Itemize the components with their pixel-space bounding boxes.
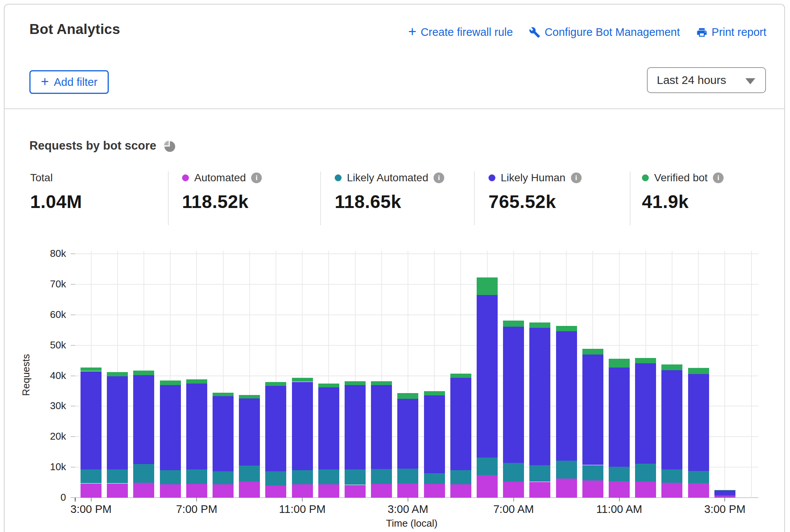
bar-10:00 AM-Verified bot[interactable]: [582, 349, 603, 354]
bar-5:00 PM-Automated[interactable]: [133, 483, 154, 498]
bar-12:00 AM-Verified bot[interactable]: [318, 384, 339, 387]
info-icon[interactable]: i: [713, 172, 724, 183]
bar-9:00 AM-Verified bot[interactable]: [556, 326, 577, 331]
bar-4:00 AM-Likely Automated[interactable]: [424, 473, 445, 484]
bar-11:00 PM-Likely Automated[interactable]: [292, 470, 313, 484]
bar-6:00 AM-Likely Automated[interactable]: [477, 458, 498, 475]
bar-4:00 PM-Likely Automated[interactable]: [107, 469, 128, 484]
bar-6:00 AM-Verified bot[interactable]: [477, 277, 498, 295]
bar-10:00 PM-Likely Automated[interactable]: [265, 471, 286, 485]
bar-1:00 AM-Likely Automated[interactable]: [345, 469, 366, 485]
bar-6:00 PM-Likely Human[interactable]: [160, 385, 181, 470]
bar-1:00 PM-Likely Automated[interactable]: [661, 469, 682, 483]
bar-3:00 PM-Likely Human[interactable]: [81, 371, 102, 469]
bar-1:00 PM-Likely Human[interactable]: [661, 370, 682, 469]
bar-12:00 AM-Likely Human[interactable]: [318, 387, 339, 469]
bar-2:00 AM-Verified bot[interactable]: [371, 381, 392, 385]
bar-3:00 PM-Verified bot[interactable]: [81, 368, 102, 371]
bar-6:00 PM-Likely Automated[interactable]: [160, 470, 181, 484]
bar-6:00 PM-Automated[interactable]: [160, 484, 181, 498]
bar-8:00 PM-Likely Automated[interactable]: [213, 471, 234, 484]
bar-4:00 PM-Likely Human[interactable]: [107, 376, 128, 469]
bar-12:00 PM-Likely Automated[interactable]: [635, 464, 656, 481]
bar-3:00 PM-Likely Automated[interactable]: [714, 495, 735, 496]
bar-9:00 PM-Verified bot[interactable]: [239, 395, 260, 399]
bar-7:00 AM-Likely Human[interactable]: [503, 327, 524, 463]
bar-7:00 AM-Likely Automated[interactable]: [503, 463, 524, 482]
bar-3:00 AM-Automated[interactable]: [397, 484, 418, 498]
bar-6:00 PM-Verified bot[interactable]: [160, 380, 181, 385]
bar-8:00 AM-Likely Human[interactable]: [529, 328, 550, 465]
bar-7:00 PM-Likely Automated[interactable]: [186, 469, 207, 484]
bar-5:00 PM-Likely Automated[interactable]: [133, 464, 154, 483]
bar-5:00 AM-Verified bot[interactable]: [450, 374, 471, 378]
bar-12:00 PM-Automated[interactable]: [635, 482, 656, 498]
bar-9:00 PM-Likely Automated[interactable]: [239, 466, 260, 482]
info-icon[interactable]: i: [571, 172, 582, 183]
bar-9:00 PM-Automated[interactable]: [239, 482, 260, 498]
bar-3:00 PM-Verified bot[interactable]: [714, 490, 735, 490]
bar-8:00 PM-Likely Human[interactable]: [213, 396, 234, 471]
bar-10:00 AM-Automated[interactable]: [582, 480, 603, 498]
bar-9:00 AM-Likely Human[interactable]: [556, 331, 577, 461]
bar-10:00 PM-Automated[interactable]: [265, 485, 286, 498]
bar-11:00 PM-Automated[interactable]: [292, 484, 313, 498]
bar-11:00 AM-Verified bot[interactable]: [609, 359, 630, 368]
bar-12:00 AM-Likely Automated[interactable]: [318, 469, 339, 484]
bar-12:00 AM-Automated[interactable]: [318, 484, 339, 498]
bar-3:00 PM-Likely Automated[interactable]: [81, 469, 102, 484]
time-range-select[interactable]: Last 24 hours: [647, 67, 766, 93]
bar-1:00 AM-Verified bot[interactable]: [345, 381, 366, 385]
bar-3:00 PM-Likely Human[interactable]: [714, 490, 735, 495]
bar-10:00 AM-Likely Automated[interactable]: [582, 465, 603, 481]
bar-2:00 PM-Automated[interactable]: [688, 483, 709, 498]
bar-5:00 AM-Automated[interactable]: [450, 484, 471, 498]
bar-4:00 AM-Automated[interactable]: [424, 484, 445, 498]
bar-2:00 AM-Automated[interactable]: [371, 484, 392, 498]
bar-11:00 PM-Likely Human[interactable]: [292, 382, 313, 471]
configure-bot-management-link[interactable]: Configure Bot Management: [529, 26, 680, 39]
bar-11:00 PM-Verified bot[interactable]: [292, 378, 313, 382]
bar-4:00 PM-Automated[interactable]: [107, 484, 128, 498]
bar-8:00 AM-Likely Automated[interactable]: [529, 465, 550, 482]
bar-9:00 AM-Automated[interactable]: [556, 479, 577, 498]
bar-10:00 PM-Verified bot[interactable]: [265, 382, 286, 386]
bar-6:00 AM-Automated[interactable]: [477, 475, 498, 498]
bar-7:00 AM-Automated[interactable]: [503, 482, 524, 498]
bar-5:00 PM-Likely Human[interactable]: [133, 375, 154, 464]
bar-3:00 AM-Verified bot[interactable]: [397, 393, 418, 399]
bar-7:00 AM-Verified bot[interactable]: [503, 321, 524, 327]
bar-4:00 PM-Verified bot[interactable]: [107, 372, 128, 376]
bar-8:00 PM-Verified bot[interactable]: [213, 393, 234, 396]
bar-6:00 AM-Likely Human[interactable]: [477, 295, 498, 458]
bar-5:00 PM-Verified bot[interactable]: [133, 371, 154, 375]
bar-5:00 AM-Likely Automated[interactable]: [450, 470, 471, 484]
bar-10:00 PM-Likely Human[interactable]: [265, 386, 286, 471]
bar-2:00 AM-Likely Automated[interactable]: [371, 469, 392, 484]
bar-9:00 AM-Likely Automated[interactable]: [556, 461, 577, 478]
bar-1:00 AM-Automated[interactable]: [345, 485, 366, 498]
bar-7:00 PM-Likely Human[interactable]: [186, 384, 207, 469]
bar-11:00 AM-Likely Human[interactable]: [609, 368, 630, 467]
bar-1:00 AM-Likely Human[interactable]: [345, 385, 366, 469]
bar-8:00 PM-Automated[interactable]: [213, 484, 234, 498]
bar-4:00 AM-Likely Human[interactable]: [424, 395, 445, 473]
add-filter-button[interactable]: + Add filter: [29, 70, 109, 94]
print-report-link[interactable]: Print report: [696, 26, 766, 39]
bar-7:00 PM-Verified bot[interactable]: [186, 379, 207, 384]
bar-12:00 PM-Verified bot[interactable]: [635, 358, 656, 363]
bar-9:00 PM-Likely Human[interactable]: [239, 398, 260, 466]
bar-2:00 PM-Verified bot[interactable]: [688, 368, 709, 374]
create-firewall-rule-link[interactable]: + Create firewall rule: [408, 26, 513, 39]
bar-11:00 AM-Likely Automated[interactable]: [609, 467, 630, 481]
bar-2:00 AM-Likely Human[interactable]: [371, 385, 392, 469]
bar-1:00 PM-Verified bot[interactable]: [661, 364, 682, 370]
bar-1:00 PM-Automated[interactable]: [661, 483, 682, 498]
bar-7:00 PM-Automated[interactable]: [186, 484, 207, 498]
bar-3:00 AM-Likely Human[interactable]: [397, 399, 418, 469]
bar-3:00 PM-Automated[interactable]: [81, 484, 102, 498]
bar-11:00 AM-Automated[interactable]: [609, 481, 630, 498]
bar-12:00 PM-Likely Human[interactable]: [635, 363, 656, 464]
info-icon[interactable]: i: [434, 172, 444, 183]
bar-4:00 AM-Verified bot[interactable]: [424, 391, 445, 395]
